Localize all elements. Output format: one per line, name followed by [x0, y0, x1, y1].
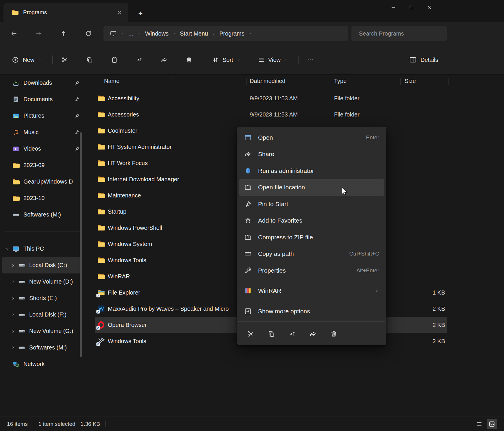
sidebar-item[interactable]: Downloads: [2, 75, 82, 91]
expander[interactable]: [2, 81, 12, 85]
sidebar-item[interactable]: Videos: [2, 140, 82, 157]
sidebar-item[interactable]: 2023-09: [2, 157, 82, 173]
expander[interactable]: [2, 180, 12, 184]
context-menu-item[interactable]: Open Enter: [239, 129, 384, 146]
up-button[interactable]: [57, 27, 70, 40]
menu-separator: [238, 301, 385, 301]
new-button[interactable]: New: [7, 52, 47, 68]
icons-view-button[interactable]: [487, 419, 497, 429]
expander[interactable]: [2, 114, 12, 118]
copy-icon: [268, 330, 275, 338]
sidebar-item[interactable]: Pictures: [2, 108, 82, 124]
search-input[interactable]: [351, 30, 447, 37]
folder-icon: [97, 143, 105, 151]
sidebar-item[interactable]: Documents: [2, 91, 82, 108]
column-header-size[interactable]: Size: [405, 78, 416, 84]
expander[interactable]: [2, 196, 12, 201]
chev-right-icon[interactable]: [8, 263, 18, 268]
context-menu: Open Enter Share Run as administrator Op…: [237, 127, 386, 345]
breadcrumb-item[interactable]: Windows: [142, 28, 172, 39]
context-menu-item-winrar[interactable]: WinRAR: [239, 283, 384, 299]
context-menu-item[interactable]: Add to Favorites: [239, 212, 384, 229]
expander[interactable]: [2, 130, 12, 135]
copy-button[interactable]: [264, 327, 278, 341]
column-separator[interactable]: [400, 78, 401, 85]
sidebar-item[interactable]: Softwares (M:): [2, 206, 82, 223]
expander[interactable]: [2, 147, 12, 151]
cut-button[interactable]: [58, 53, 72, 67]
show-more-options-item[interactable]: Show more options: [239, 303, 384, 320]
pin-icon: [74, 130, 80, 135]
breadcrumb-item[interactable]: Programs: [216, 28, 248, 39]
sidebar-scrollbar[interactable]: [80, 132, 82, 357]
explorer-tab[interactable]: Programs: [3, 3, 128, 22]
refresh-button[interactable]: [82, 27, 95, 40]
Accessibility-button[interactable]: Accessibility 9/9/2023 11:53 AM File fol…: [95, 90, 447, 106]
maximize-button[interactable]: [402, 1, 420, 14]
chev-right-icon[interactable]: [8, 296, 18, 301]
selection-size: 1.36 KB: [81, 421, 100, 427]
more-options-button[interactable]: [304, 53, 318, 67]
copy-button[interactable]: [83, 53, 97, 67]
chev-down-icon[interactable]: [2, 247, 12, 251]
context-menu-item[interactable]: Open file location: [239, 179, 384, 196]
breadcrumb-root-button[interactable]: [106, 28, 120, 39]
breadcrumb-overflow-button[interactable]: …: [125, 28, 137, 39]
sidebar-item[interactable]: Music: [2, 124, 82, 140]
new-tab-button[interactable]: +: [135, 8, 146, 19]
sidebar-item[interactable]: This PC: [2, 241, 82, 257]
context-menu-item[interactable]: Copy as path Ctrl+Shift+C: [239, 246, 384, 262]
expander[interactable]: [2, 163, 12, 168]
sidebar-item[interactable]: Local Disk (C:): [2, 257, 82, 273]
sidebar-item[interactable]: Network: [2, 356, 82, 372]
paste-button[interactable]: [108, 53, 121, 67]
sort-button[interactable]: Sort: [208, 52, 244, 68]
expander[interactable]: [2, 97, 12, 102]
column-header-date[interactable]: Date modified: [250, 78, 285, 84]
column-separator[interactable]: [331, 78, 331, 85]
context-menu-label: Open: [258, 134, 273, 141]
sidebar-item[interactable]: New Volume (G:): [2, 323, 82, 339]
toolbar-divider: [298, 56, 299, 64]
view-button[interactable]: View: [254, 52, 292, 68]
chev-right-icon[interactable]: [8, 345, 18, 350]
Accessories-button[interactable]: Accessories 9/9/2023 11:53 AM File folde…: [95, 106, 447, 123]
share-button[interactable]: [157, 53, 171, 67]
rename-button[interactable]: [285, 327, 299, 341]
context-menu-item[interactable]: Properties Alt+Enter: [239, 262, 384, 279]
sidebar-item[interactable]: Local Disk (F:): [2, 306, 82, 323]
details-view-button[interactable]: [474, 419, 484, 429]
sidebar-item[interactable]: New Volume (D:): [2, 273, 82, 290]
delete-button[interactable]: [182, 53, 196, 67]
back-button[interactable]: [8, 27, 20, 40]
expander[interactable]: [2, 212, 12, 217]
forward-button[interactable]: [32, 27, 45, 40]
context-menu-item[interactable]: Run as administrator: [239, 162, 384, 179]
share-button[interactable]: [306, 327, 320, 341]
details-pane-button[interactable]: Details: [405, 52, 443, 68]
sidebar-item[interactable]: GearUpWindows D: [2, 173, 82, 190]
navigation-bar: … Windows Start Menu Programs: [0, 22, 504, 45]
sidebar-item[interactable]: Softwares (M:): [2, 339, 82, 356]
column-header-type[interactable]: Type: [334, 78, 346, 84]
column-separator[interactable]: [449, 78, 449, 85]
sidebar-item[interactable]: Shorts (E:): [2, 290, 82, 306]
column-separator[interactable]: [247, 78, 247, 85]
delete-button[interactable]: [327, 327, 341, 341]
cut-button[interactable]: [244, 327, 257, 341]
tab-close-button[interactable]: [115, 8, 124, 17]
close-window-button[interactable]: [420, 1, 438, 14]
context-menu-item[interactable]: Share: [239, 146, 384, 163]
minimize-button[interactable]: [384, 1, 402, 14]
context-menu-item[interactable]: Pin to Start: [239, 196, 384, 212]
breadcrumb-item[interactable]: Start Menu: [176, 28, 212, 39]
expander[interactable]: [2, 362, 12, 367]
chev-right-icon[interactable]: [8, 280, 18, 284]
chev-right-icon[interactable]: [8, 329, 18, 334]
context-menu-item[interactable]: Compress to ZIP file: [239, 229, 384, 246]
folder-icon: [12, 195, 20, 202]
rename-button[interactable]: [132, 53, 146, 67]
column-header-name[interactable]: Name: [104, 78, 119, 84]
sidebar-item[interactable]: 2023-10: [2, 190, 82, 206]
chev-right-icon[interactable]: [8, 312, 18, 317]
